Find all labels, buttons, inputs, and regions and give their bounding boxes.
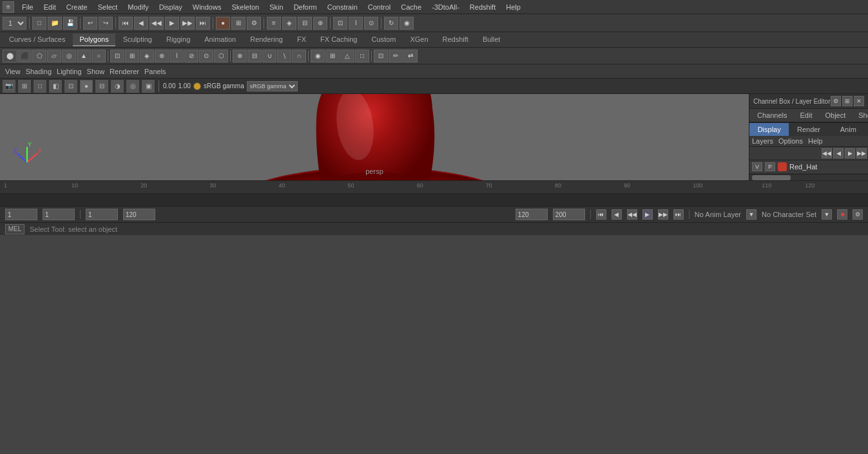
new-scene-icon[interactable]: □ <box>32 17 46 30</box>
triangulate-icon[interactable]: △ <box>340 50 354 62</box>
tab-xgen[interactable]: XGen <box>403 33 434 46</box>
snap-grid-icon[interactable]: ⊡ <box>333 17 347 30</box>
char-set-dropdown[interactable]: ▼ <box>822 209 832 220</box>
menu-constrain[interactable]: Constrain <box>322 2 363 12</box>
timeline-track[interactable] <box>0 194 868 206</box>
3d-viewport[interactable]: X Z Y persp <box>0 94 749 180</box>
disk-icon[interactable]: ○ <box>92 50 106 62</box>
menu-help[interactable]: Help <box>501 2 526 12</box>
timeline-play-btn[interactable]: ▶ <box>642 209 653 220</box>
display-layer-icon[interactable]: ≡ <box>267 17 281 30</box>
menu-skin[interactable]: Skin <box>264 2 288 12</box>
timeline-go-end-btn[interactable]: ⏭ <box>673 209 684 220</box>
fill-hole-icon[interactable]: ⬡ <box>214 50 228 62</box>
playback-start-icon[interactable]: ⏮ <box>119 17 133 30</box>
panel-view[interactable]: View <box>5 68 21 75</box>
cylinder-icon[interactable]: ⬠ <box>32 50 46 62</box>
tab-rigging[interactable]: Rigging <box>160 33 197 46</box>
smooth-shade-icon[interactable]: ● <box>80 80 93 93</box>
xray-icon[interactable]: ◎ <box>126 80 139 93</box>
panel-panels[interactable]: Panels <box>144 68 166 75</box>
tab-anim[interactable]: Anim <box>829 123 868 136</box>
render-settings-icon[interactable]: ⚙ <box>247 17 261 30</box>
tab-display[interactable]: Display <box>749 123 789 136</box>
torus-icon[interactable]: ◎ <box>62 50 76 62</box>
timeline-play-back-btn[interactable]: ◀◀ <box>627 209 637 220</box>
layers-menu-options[interactable]: Options <box>778 137 803 145</box>
menu-file[interactable]: File <box>17 2 39 12</box>
layer-go-start-icon[interactable]: ◀◀ <box>822 148 832 158</box>
tab-bullet[interactable]: Bullet <box>476 33 507 46</box>
region-render-icon[interactable]: ◧ <box>49 80 62 93</box>
open-scene-icon[interactable]: 📁 <box>48 17 62 30</box>
tab-fx-caching[interactable]: FX Caching <box>314 33 363 46</box>
panel-shading[interactable]: Shading <box>26 68 52 75</box>
layer-go-end-icon[interactable]: ▶▶ <box>856 148 867 158</box>
layers-menu-layers[interactable]: Layers <box>752 137 773 145</box>
layer-color-swatch[interactable] <box>778 162 787 171</box>
bool-union-icon[interactable]: ∪ <box>262 50 276 62</box>
target-weld-icon[interactable]: ⊡ <box>374 50 388 62</box>
snap-point-icon[interactable]: ⊙ <box>364 17 378 30</box>
connect-icon[interactable]: ⌇ <box>169 50 184 62</box>
tab-rendering[interactable]: Rendering <box>244 33 289 46</box>
playback-end-icon[interactable]: ⏭ <box>196 17 210 30</box>
range-start-input[interactable] <box>43 209 75 220</box>
menu-redshift[interactable]: Redshift <box>465 2 501 12</box>
separate-icon[interactable]: ⊟ <box>247 50 262 62</box>
save-scene-icon[interactable]: 💾 <box>63 17 77 30</box>
split-polygon-icon[interactable]: ⊘ <box>184 50 198 62</box>
select-by-type-icon[interactable]: ◉ <box>400 17 414 30</box>
timeline-step-fwd-btn[interactable]: ▶▶ <box>658 209 668 220</box>
play-back-icon[interactable]: ◀◀ <box>149 17 164 30</box>
layer-visibility-v[interactable]: V <box>752 162 762 171</box>
bool-diff-icon[interactable]: ∖ <box>277 50 291 62</box>
hat-object[interactable] <box>239 94 510 180</box>
mel-python-toggle[interactable]: MEL <box>5 224 24 234</box>
backface-culling-icon[interactable]: ◑ <box>111 80 124 93</box>
tab-object[interactable]: Object <box>820 110 851 120</box>
paint-vertex-icon[interactable]: ✏ <box>389 50 403 62</box>
plane-icon[interactable]: ▱ <box>47 50 61 62</box>
tab-fx[interactable]: FX <box>291 33 313 46</box>
layer-prev-icon[interactable]: ◀ <box>833 148 844 158</box>
menu-windows[interactable]: Windows <box>188 2 227 12</box>
insert-edge-icon[interactable]: ⊙ <box>199 50 213 62</box>
layers-menu-help[interactable]: Help <box>808 137 823 145</box>
playback-options-btn[interactable]: ⚙ <box>853 209 863 220</box>
wireframe-on-shade-icon[interactable]: ⊟ <box>95 80 108 93</box>
texture-icon[interactable]: ▣ <box>142 80 155 93</box>
menu-icon[interactable]: ≡ <box>3 1 14 13</box>
menu-control[interactable]: Control <box>363 2 396 12</box>
node-editor-icon[interactable]: ⊕ <box>313 17 327 30</box>
range-field3-input[interactable] <box>86 209 118 220</box>
timeline[interactable]: 1 10 20 30 40 50 60 70 80 90 100 110 120 <box>0 180 868 206</box>
bridge-icon[interactable]: ⊞ <box>125 50 139 62</box>
step-back-icon[interactable]: ◀ <box>134 17 148 30</box>
transfer-attr-icon[interactable]: ⇄ <box>403 50 418 62</box>
remesh-icon[interactable]: ⊞ <box>325 50 340 62</box>
panel-show[interactable]: Show <box>87 68 105 75</box>
layer-next-icon[interactable]: ▶ <box>845 148 855 158</box>
wireframe-icon[interactable]: ⊡ <box>64 80 77 93</box>
merge-icon[interactable]: ⊕ <box>155 50 169 62</box>
autokey-btn[interactable]: ⏺ <box>837 209 847 220</box>
tab-sculpting[interactable]: Sculpting <box>117 33 159 46</box>
render-seq-icon[interactable]: ⊞ <box>231 17 246 30</box>
timeline-step-back-btn[interactable]: ◀ <box>612 209 622 220</box>
panel-settings-icon[interactable]: ⚙ <box>831 96 841 106</box>
current-frame-input[interactable] <box>5 209 37 220</box>
hypershade-icon[interactable]: ◈ <box>282 17 296 30</box>
tab-channels[interactable]: Channels <box>752 110 792 120</box>
menu-create[interactable]: Create <box>61 2 93 12</box>
color-space-dropdown[interactable]: sRGB gamma <box>247 81 298 91</box>
panel-horizontal-scrollbar[interactable] <box>749 174 868 180</box>
quadrangulate-icon[interactable]: □ <box>355 50 369 62</box>
bevel-icon[interactable]: ◈ <box>140 50 154 62</box>
range-end-input[interactable] <box>123 209 155 220</box>
tab-custom[interactable]: Custom <box>365 33 403 46</box>
anim-layer-dropdown[interactable]: ▼ <box>746 209 757 220</box>
anim-start-input[interactable] <box>516 209 548 220</box>
tab-redshift[interactable]: Redshift <box>436 33 475 46</box>
combine-icon[interactable]: ⊕ <box>233 50 247 62</box>
